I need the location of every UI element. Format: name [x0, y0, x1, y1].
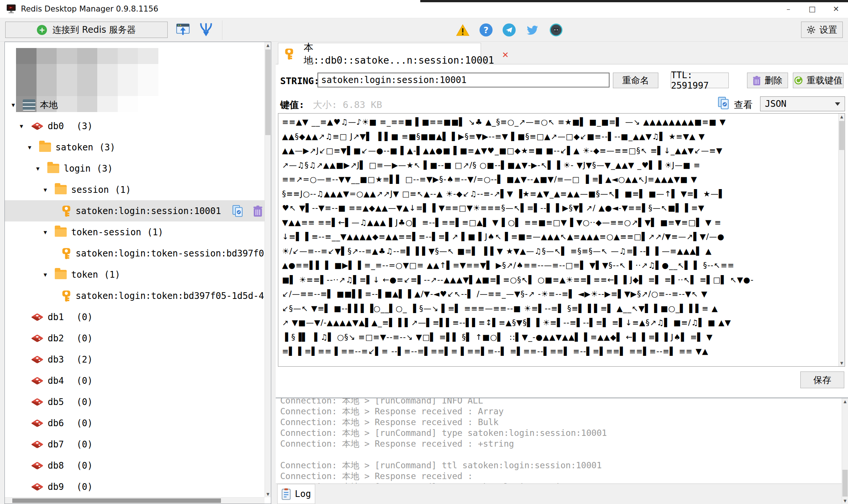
minimize-button[interactable]: –: [776, 0, 800, 18]
redis-db-icon: [31, 334, 44, 342]
rename-button[interactable]: 重命名: [613, 73, 658, 88]
value-tab-bar: 本地::db0::satoke...n:session:10001 ✕: [276, 42, 848, 64]
key-count: (0): [76, 397, 92, 407]
tree-item-db6[interactable]: db6 (0): [5, 412, 265, 434]
value-editor: ≡≡▲▼ __≡▲♥♫—♪☀■ ≡_≡≡■ ▌■≡≡■■▌ ↘♣ ▲_§≡○_↗…: [278, 113, 845, 367]
twitter-icon[interactable]: [526, 25, 539, 36]
key-type-label: STRING:: [280, 76, 319, 86]
reload-value-button[interactable]: 重载键值: [793, 73, 844, 88]
tree-label: db9: [48, 482, 64, 492]
key-name-input[interactable]: [317, 73, 610, 87]
expand-arrow-icon[interactable]: ▼: [12, 102, 23, 108]
scroll-down-icon[interactable]: ▼: [842, 498, 848, 504]
tree-item-db8[interactable]: db8 (0): [5, 455, 265, 476]
key-tab[interactable]: 本地::db0::satoke...n:session:10001 ✕: [278, 43, 481, 65]
tree-item-key[interactable]: satoken:login:token:bd397f05-1d5d-428b-b…: [5, 285, 265, 306]
scrollbar-thumb[interactable]: [265, 50, 270, 135]
key-editor-panel: STRING: 重命名 TTL: 2591997 删除 重载键值 键值: 大小:…: [276, 64, 848, 504]
tree-label: 本地: [40, 99, 58, 111]
scrollbar-thumb[interactable]: [842, 470, 848, 497]
tree-item-db3[interactable]: db3 (2): [5, 349, 265, 370]
key-count: (2): [76, 354, 92, 365]
plus-icon: +: [37, 25, 47, 35]
tree-label: token-session: [71, 227, 141, 237]
redis-db-icon: [31, 398, 44, 406]
background-window-edge: [420, 0, 848, 2]
tree-item-db1[interactable]: db1 (0): [5, 306, 265, 328]
tab-close-icon[interactable]: ✕: [502, 48, 508, 60]
tree-label: db4: [48, 376, 64, 386]
key-icon: [284, 48, 294, 60]
scroll-up-icon[interactable]: ▲: [839, 114, 845, 120]
tree-label: db2: [48, 333, 64, 344]
expand-arrow-icon[interactable]: ▼: [36, 165, 47, 172]
redis-db-icon: [31, 440, 44, 448]
tree-item-folder-session[interactable]: ▼ session (1): [5, 179, 265, 200]
warning-icon[interactable]: [456, 24, 469, 36]
delete-key-icon[interactable]: [253, 205, 263, 217]
tree-item-folder-login[interactable]: ▼ login (3): [5, 158, 265, 179]
value-content[interactable]: ≡≡▲▼ __≡▲♥♫—♪☀■ ≡_≡≡■ ▌■≡≡■■▌ ↘♣ ▲_§≡○_↗…: [282, 115, 835, 365]
chevron-down-icon: [835, 102, 840, 106]
expand-arrow-icon[interactable]: ▼: [28, 144, 39, 151]
key-count: (0): [76, 482, 92, 492]
redis-db-icon: [31, 419, 44, 427]
telegram-icon[interactable]: [503, 23, 516, 36]
tree-label: db3: [48, 354, 64, 365]
redis-db-icon: [31, 355, 44, 363]
tree-label: db7: [48, 439, 64, 450]
expand-arrow-icon[interactable]: ▼: [44, 186, 55, 193]
tree-item-db0[interactable]: ▼ db0 (3): [5, 115, 265, 137]
scroll-up-icon[interactable]: ▲: [265, 42, 271, 48]
tree-item-db7[interactable]: db7 (0): [5, 434, 265, 455]
maximize-button[interactable]: □: [800, 0, 824, 18]
tree-label: db5: [48, 397, 64, 407]
tree-item-db5[interactable]: db5 (0): [5, 391, 265, 412]
copy-value-icon[interactable]: [718, 96, 730, 110]
tree-label: session: [71, 185, 109, 195]
expand-arrow-icon[interactable]: ▼: [44, 271, 55, 278]
delete-button[interactable]: 删除: [747, 73, 788, 88]
tree-item-key-selected[interactable]: satoken:login:session:10001: [5, 200, 265, 221]
save-button[interactable]: 保存: [800, 371, 844, 388]
github-icon[interactable]: [549, 23, 563, 37]
tree-item-db2[interactable]: db2 (0): [5, 328, 265, 349]
connect-to-redis-button[interactable]: + 连接到 Redis 服务器: [5, 22, 168, 38]
tree-label: db1: [48, 312, 64, 322]
tree-item-key[interactable]: satoken:login:token-session:bd397f05-1d5…: [5, 243, 265, 264]
tree-item-db4[interactable]: db4 (0): [5, 370, 265, 391]
expand-arrow-icon[interactable]: ▼: [20, 123, 31, 130]
tree-item-folder-token[interactable]: ▼ token (1): [5, 264, 265, 285]
tree-item-folder-token-session[interactable]: ▼ token-session (1): [5, 221, 265, 243]
tree-label: db8: [48, 460, 64, 471]
ttl-value: TTL: 2591997: [671, 73, 729, 88]
expand-arrow-icon[interactable]: ▼: [44, 229, 55, 236]
scroll-down-icon[interactable]: ▼: [839, 360, 845, 366]
export-connections-icon[interactable]: [198, 22, 214, 38]
scrollbar-thumb[interactable]: [839, 121, 844, 150]
copy-key-icon[interactable]: [232, 205, 243, 217]
scrollbar-thumb[interactable]: [12, 498, 221, 503]
settings-button[interactable]: 设置: [801, 22, 843, 38]
redis-db-icon: [31, 122, 44, 130]
server-icon: [23, 99, 35, 111]
row-action-icons: [232, 205, 263, 217]
key-count: (0): [76, 460, 92, 471]
tree-item-db9[interactable]: db9 (0): [5, 476, 265, 497]
key-count: (0): [76, 376, 92, 386]
scroll-up-icon[interactable]: ▲: [842, 398, 848, 405]
window-title: Redis Desktop Manager 0.9.8.1156: [21, 4, 158, 13]
tree-item-folder-satoken[interactable]: ▼ satoken (3): [5, 137, 265, 158]
close-button[interactable]: ✕: [824, 0, 848, 18]
import-connections-icon[interactable]: [176, 22, 190, 38]
tree-item-server[interactable]: ▼ 本地: [5, 94, 265, 115]
tab-log[interactable]: Log: [277, 484, 315, 504]
key-icon: [61, 248, 71, 259]
log-tab-label: Log: [295, 489, 311, 499]
scroll-down-icon[interactable]: ▼: [265, 491, 271, 497]
tree-label: satoken:login:token-session:bd397f05-1d5…: [76, 248, 265, 259]
key-count: (3): [99, 142, 115, 153]
key-count: (0): [76, 439, 92, 450]
value-format-select[interactable]: JSON: [760, 96, 845, 111]
help-icon[interactable]: ?: [480, 23, 493, 36]
